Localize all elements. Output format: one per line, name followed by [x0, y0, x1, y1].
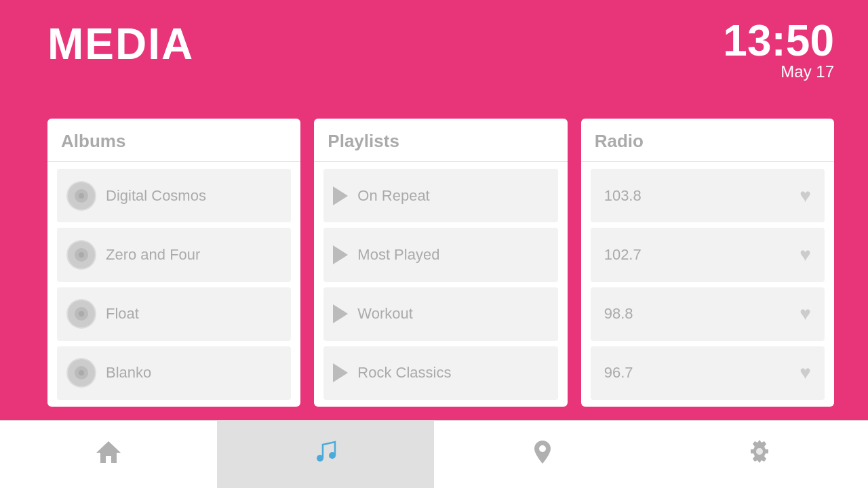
album-name: Zero and Four	[106, 246, 200, 264]
svg-marker-12	[96, 441, 121, 463]
list-item[interactable]: Digital Cosmos	[57, 169, 291, 222]
nav-location[interactable]	[434, 421, 651, 488]
location-icon	[529, 438, 556, 471]
main-content: Albums Digital Cosmos	[0, 112, 868, 420]
svg-point-11	[79, 370, 84, 375]
nav-settings[interactable]	[651, 421, 868, 488]
list-item[interactable]: 103.8 ♥	[591, 169, 825, 222]
radio-frequency: 96.7	[604, 364, 633, 382]
home-icon	[95, 438, 122, 471]
albums-panel-header: Albums	[47, 119, 300, 162]
list-item[interactable]: Zero and Four	[57, 228, 291, 281]
favorite-icon[interactable]: ♥	[800, 362, 811, 384]
list-item[interactable]: 98.8 ♥	[591, 287, 825, 341]
favorite-icon[interactable]: ♥	[800, 244, 811, 266]
album-name: Blanko	[106, 364, 151, 382]
album-disc-icon	[66, 358, 96, 388]
clock-area: 13:50 May 17	[723, 19, 834, 81]
list-item[interactable]: 102.7 ♥	[591, 228, 825, 281]
list-item[interactable]: Workout	[323, 287, 557, 341]
music-icon	[312, 438, 339, 471]
svg-point-5	[79, 252, 84, 258]
svg-point-14	[329, 452, 336, 459]
playlists-panel-header: Playlists	[314, 119, 567, 162]
radio-frequency: 98.8	[604, 305, 633, 323]
radio-frequency: 102.7	[604, 246, 642, 264]
play-icon	[333, 363, 348, 382]
playlists-panel: Playlists On Repeat Most Played Workout …	[314, 119, 567, 407]
list-item[interactable]: Blanko	[57, 346, 291, 400]
favorite-icon[interactable]: ♥	[800, 303, 811, 325]
svg-point-15	[539, 445, 546, 452]
album-name: Float	[106, 305, 139, 323]
play-icon	[333, 186, 348, 205]
album-name: Digital Cosmos	[106, 187, 206, 205]
svg-point-8	[79, 311, 84, 317]
page-title: MEDIA	[47, 19, 194, 69]
playlists-title: Playlists	[328, 131, 399, 151]
favorite-icon[interactable]: ♥	[800, 185, 811, 207]
radio-title: Radio	[595, 131, 644, 151]
current-time: 13:50	[723, 19, 834, 62]
svg-point-16	[756, 448, 763, 455]
gear-icon	[746, 438, 773, 471]
albums-panel: Albums Digital Cosmos	[47, 119, 300, 407]
current-date: May 17	[723, 62, 834, 81]
radio-frequency: 103.8	[604, 187, 642, 205]
bottom-navigation	[0, 420, 868, 488]
nav-music[interactable]	[217, 421, 434, 488]
radio-panel: Radio 103.8 ♥ 102.7 ♥ 98.8 ♥ 96.7 ♥	[581, 119, 834, 407]
play-icon	[333, 304, 348, 323]
list-item[interactable]: Most Played	[323, 228, 557, 281]
playlists-list: On Repeat Most Played Workout Rock Class…	[314, 162, 567, 407]
radio-list: 103.8 ♥ 102.7 ♥ 98.8 ♥ 96.7 ♥	[581, 162, 834, 407]
albums-title: Albums	[61, 131, 125, 151]
radio-panel-header: Radio	[581, 119, 834, 162]
svg-point-2	[79, 193, 84, 199]
albums-list: Digital Cosmos Zero and Four	[47, 162, 300, 407]
album-disc-icon	[66, 181, 96, 211]
header: MEDIA 13:50 May 17	[0, 0, 868, 112]
album-disc-icon	[66, 299, 96, 329]
svg-point-13	[317, 455, 323, 462]
nav-home[interactable]	[0, 421, 217, 488]
playlist-name: Workout	[357, 305, 413, 323]
playlist-name: Most Played	[357, 246, 439, 264]
play-icon	[333, 245, 348, 264]
album-disc-icon	[66, 240, 96, 270]
list-item[interactable]: Rock Classics	[323, 346, 557, 400]
playlist-name: Rock Classics	[357, 364, 451, 382]
playlist-name: On Repeat	[357, 187, 429, 205]
list-item[interactable]: On Repeat	[323, 169, 557, 222]
list-item[interactable]: 96.7 ♥	[591, 346, 825, 400]
list-item[interactable]: Float	[57, 287, 291, 341]
